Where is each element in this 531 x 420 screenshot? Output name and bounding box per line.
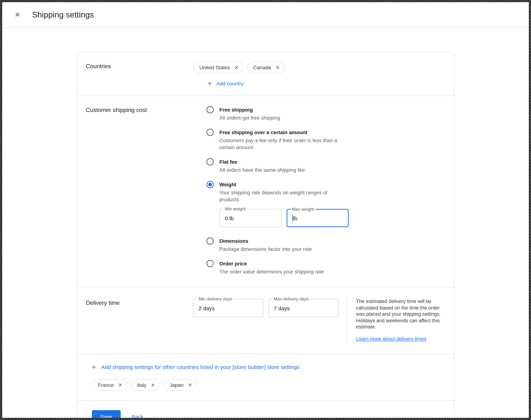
chip-label: Italy bbox=[137, 382, 146, 388]
add-country-button[interactable]: + Add country bbox=[208, 80, 244, 87]
country-chip-list: United States ✕ Canada ✕ bbox=[193, 62, 445, 73]
footer-actions: Save Back bbox=[77, 400, 454, 418]
plus-icon: + bbox=[208, 80, 212, 87]
option-dimensions: Dimensions Package dimensions factor int… bbox=[206, 237, 445, 253]
option-flat-fee: Flat fee All orders have the same shippi… bbox=[206, 158, 445, 174]
remove-country-button[interactable]: ✕ bbox=[151, 382, 155, 387]
option-free-shipping: Free shipping All orders get free shippi… bbox=[206, 106, 445, 121]
chip-label: United States bbox=[199, 64, 230, 70]
option-description: Customers pay a fee only if their order … bbox=[219, 137, 346, 151]
close-icon: ✕ bbox=[188, 382, 192, 387]
option-description: Package dimensions factor into your rate bbox=[219, 246, 312, 253]
option-title: Flat fee bbox=[219, 158, 305, 165]
screenshot-frame: ✕ Shipping settings Countries United Sta… bbox=[0, 0, 531, 420]
plus-icon: + bbox=[92, 363, 96, 371]
option-title: Order price bbox=[219, 260, 324, 267]
max-weight-input[interactable]: Max weight lb bbox=[287, 209, 349, 227]
option-free-shipping-over-amount: Free shipping over a certain amount Cust… bbox=[206, 129, 445, 151]
remove-country-button[interactable]: ✕ bbox=[118, 382, 122, 387]
option-description: Your shipping rate depends on weight ran… bbox=[219, 189, 346, 203]
option-title: Free shipping over a certain amount bbox=[219, 129, 346, 136]
shipping-settings-dialog: ✕ Shipping settings Countries United Sta… bbox=[2, 2, 529, 418]
countries-label: Countries bbox=[86, 62, 193, 88]
field-value: 2 days bbox=[198, 305, 215, 311]
field-label: Max delivery days bbox=[272, 296, 310, 301]
back-button[interactable]: Back bbox=[129, 411, 146, 418]
field-label: Min weight bbox=[223, 206, 247, 211]
country-chip-france: France ✕ bbox=[92, 379, 127, 391]
field-value: 7 days bbox=[274, 305, 290, 311]
radio-free-shipping[interactable] bbox=[206, 106, 213, 113]
delivery-estimate-note: The estimated delivery time will be calc… bbox=[356, 298, 445, 330]
save-button[interactable]: Save bbox=[92, 410, 121, 418]
radio-weight[interactable] bbox=[206, 181, 213, 188]
shipping-settings-card: Countries United States ✕ C bbox=[77, 52, 454, 418]
vertical-divider bbox=[346, 298, 347, 342]
option-title: Dimensions bbox=[219, 237, 312, 245]
radio-flat-fee[interactable] bbox=[206, 158, 213, 165]
min-weight-input[interactable]: Min weight 0 lb bbox=[219, 209, 281, 227]
countries-section: Countries United States ✕ C bbox=[77, 52, 454, 95]
add-other-countries-label: Add shipping settings for other countrie… bbox=[101, 364, 300, 370]
close-icon: ✕ bbox=[275, 65, 280, 70]
add-other-countries-button[interactable]: + Add shipping settings for other countr… bbox=[92, 363, 300, 371]
shipping-cost-section: Customer shipping cost Free shipping All… bbox=[77, 95, 454, 287]
country-chip-japan: Japan ✕ bbox=[163, 379, 197, 391]
delivery-days-fields: Min delivery days 2 days Max delivery da… bbox=[193, 298, 338, 342]
delivery-time-section: Delivery time Min delivery days 2 days M… bbox=[77, 287, 454, 353]
option-title: Free shipping bbox=[219, 106, 280, 113]
shipping-cost-label: Customer shipping cost bbox=[86, 105, 193, 277]
other-country-chip-list: France ✕ Italy ✕ bbox=[92, 379, 445, 391]
close-icon: ✕ bbox=[118, 382, 122, 387]
field-label: Max weight bbox=[290, 207, 316, 212]
other-countries-section: + Add shipping settings for other countr… bbox=[77, 353, 454, 400]
close-button[interactable]: ✕ bbox=[10, 7, 25, 22]
dialog-header: ✕ Shipping settings bbox=[2, 2, 529, 28]
remove-country-button[interactable]: ✕ bbox=[188, 382, 192, 387]
close-icon: ✕ bbox=[15, 11, 20, 19]
remove-country-button[interactable]: ✕ bbox=[275, 65, 280, 70]
text-cursor bbox=[292, 214, 293, 222]
page-title: Shipping settings bbox=[32, 10, 94, 19]
chip-label: France bbox=[98, 382, 114, 388]
chip-label: Canada bbox=[253, 64, 271, 70]
weight-range-fields: Min weight 0 lb Max weight lb bbox=[219, 209, 349, 227]
country-chip-united-states: United States ✕ bbox=[193, 62, 243, 73]
field-label: Min delivery days bbox=[197, 296, 234, 301]
option-description: All orders have the same shipping fee bbox=[219, 167, 305, 174]
close-icon: ✕ bbox=[234, 65, 239, 70]
add-country-label: Add country bbox=[216, 81, 243, 86]
screenshot-border: ✕ Shipping settings Countries United Sta… bbox=[0, 0, 531, 420]
radio-free-shipping-over-amount[interactable] bbox=[206, 129, 213, 136]
delivery-time-label: Delivery time bbox=[86, 298, 193, 342]
option-order-price: Order price The order value determines y… bbox=[206, 260, 445, 275]
option-weight: Weight Your shipping rate depends on wei… bbox=[206, 181, 445, 230]
country-chip-canada: Canada ✕ bbox=[247, 62, 285, 73]
learn-more-delivery-times-link[interactable]: Learn more about delivery times bbox=[356, 336, 426, 341]
country-chip-italy: Italy ✕ bbox=[131, 379, 160, 391]
option-title: Weight bbox=[219, 181, 349, 188]
dialog-body: Countries United States ✕ C bbox=[2, 28, 529, 418]
min-delivery-days-input[interactable]: Min delivery days 2 days bbox=[193, 299, 263, 317]
close-icon: ✕ bbox=[151, 382, 155, 387]
radio-order-price[interactable] bbox=[206, 260, 213, 267]
option-description: The order value determines your shipping… bbox=[219, 268, 324, 275]
chip-label: Japan bbox=[170, 382, 183, 388]
option-description: All orders get free shipping bbox=[219, 115, 280, 121]
max-delivery-days-input[interactable]: Max delivery days 7 days bbox=[268, 299, 338, 317]
shipping-cost-options: Free shipping All orders get free shippi… bbox=[206, 105, 445, 275]
field-value: lb bbox=[293, 215, 297, 221]
radio-dimensions[interactable] bbox=[206, 237, 213, 245]
field-value: 0 lb bbox=[225, 215, 234, 221]
remove-country-button[interactable]: ✕ bbox=[234, 65, 239, 70]
